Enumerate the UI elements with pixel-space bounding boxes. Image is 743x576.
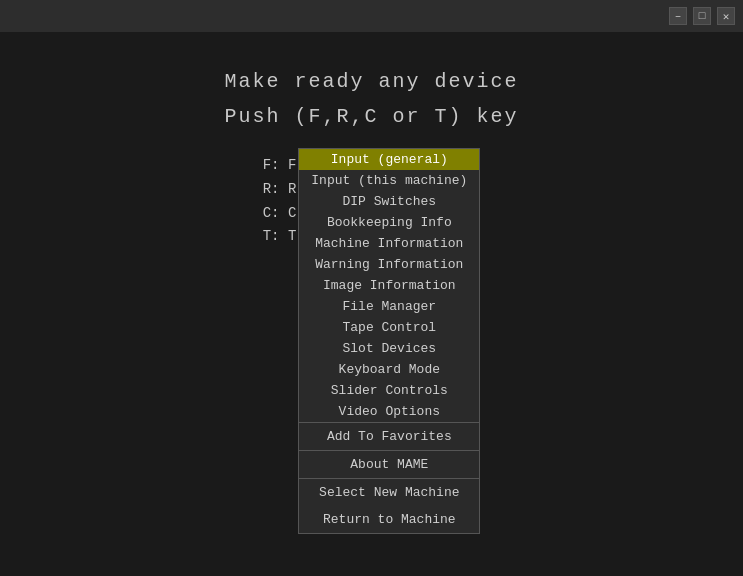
close-button[interactable]: ✕ — [717, 7, 735, 25]
menu-item-bookkeeping[interactable]: Bookkeeping Info — [299, 212, 479, 233]
menu-item-slot-devices[interactable]: Slot Devices — [299, 338, 479, 359]
header-line2: Push (F,R,C or T) key — [224, 105, 518, 128]
menu-item-keyboard-mode[interactable]: Keyboard Mode — [299, 359, 479, 380]
menu-item-return-machine[interactable]: Return to Machine — [299, 506, 479, 533]
minimize-button[interactable]: – — [669, 7, 687, 25]
title-bar: – □ ✕ — [0, 0, 743, 32]
side-labels: F: F R: R C: C T: T — [263, 148, 297, 249]
menu-item-machine-info[interactable]: Machine Information — [299, 233, 479, 254]
menu-item-dip-switches[interactable]: DIP Switches — [299, 191, 479, 212]
menu-item-image-info[interactable]: Image Information — [299, 275, 479, 296]
menu-item-about-mame[interactable]: About MAME — [299, 451, 479, 478]
menu-item-input-general[interactable]: Input (general) — [299, 149, 479, 170]
menu-item-input-machine[interactable]: Input (this machine) — [299, 170, 479, 191]
menu-container: Input (general) Input (this machine) DIP… — [298, 148, 480, 534]
menu-section-navigation: Select New Machine Return to Machine — [299, 479, 479, 533]
maximize-button[interactable]: □ — [693, 7, 711, 25]
content-row: F: F R: R C: C T: T Input (general) Inpu… — [263, 148, 481, 534]
menu-item-video-options[interactable]: Video Options — [299, 401, 479, 422]
menu-section-favorites: Add To Favorites — [299, 423, 479, 451]
menu-section-about: About MAME — [299, 451, 479, 479]
menu-item-slider-controls[interactable]: Slider Controls — [299, 380, 479, 401]
main-content: Make ready any device Push (F,R,C or T) … — [0, 32, 743, 576]
menu-item-file-manager[interactable]: File Manager — [299, 296, 479, 317]
menu-item-add-favorites[interactable]: Add To Favorites — [299, 423, 479, 450]
menu-item-tape-control[interactable]: Tape Control — [299, 317, 479, 338]
menu-item-warning-info[interactable]: Warning Information — [299, 254, 479, 275]
header-line1: Make ready any device — [224, 70, 518, 93]
menu-item-select-machine[interactable]: Select New Machine — [299, 479, 479, 506]
menu-section-main: Input (general) Input (this machine) DIP… — [299, 149, 479, 423]
